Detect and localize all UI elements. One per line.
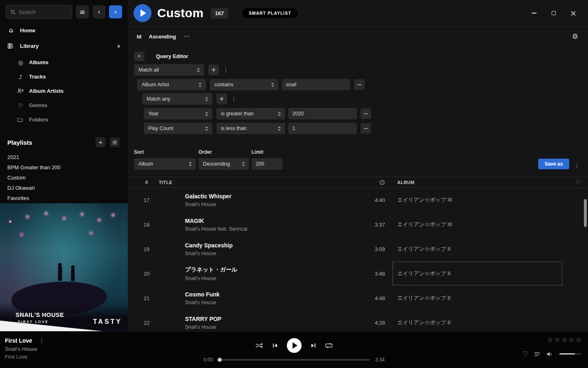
menu-button[interactable]: ≡ [76, 5, 89, 18]
favorite-column-header[interactable]: ♡ [576, 180, 581, 185]
track-album-cell[interactable]: エイリアン☆ポップ II [397, 261, 569, 286]
order-select[interactable]: Descending [198, 158, 249, 170]
seek-bar[interactable] [218, 359, 370, 361]
rule-field-select[interactable]: Year [144, 108, 212, 119]
track-artist[interactable]: Snail’s House [185, 251, 356, 256]
sidebar-item-library[interactable]: Library ∧ [0, 38, 128, 54]
title-column-header[interactable]: TITLE [159, 180, 356, 185]
playlist-item[interactable]: DJ Okawari [0, 183, 128, 193]
limit-input[interactable] [252, 158, 283, 170]
sidebar-item-folders[interactable]: Folders [0, 112, 128, 127]
track-title[interactable]: Cosmo Funk [185, 291, 356, 298]
playlist-item[interactable]: 2021 [0, 152, 128, 162]
shuffle-button[interactable] [256, 343, 263, 348]
track-album-cell[interactable]: エイリアン☆ポップ II [397, 310, 569, 333]
chevron-up-icon[interactable]: ∧ [117, 44, 120, 48]
track-artist[interactable]: Snail’s House [185, 324, 356, 330]
track-row[interactable]: 19 Candy Spaceship Snail’s House 3:09 エイ… [128, 237, 588, 261]
track-album-cell[interactable]: エイリアン☆ポップ III [397, 188, 569, 212]
playlist-item[interactable]: Custom [0, 173, 128, 183]
rule-value-input[interactable] [282, 79, 350, 90]
rule-value-input[interactable] [288, 108, 357, 119]
track-artist[interactable]: Snail’s House [185, 202, 356, 207]
close-button[interactable]: × [570, 10, 577, 16]
star-icon[interactable]: ☆ [561, 337, 567, 343]
play-playlist-button[interactable] [134, 4, 151, 22]
sort-field-button[interactable]: Id [137, 34, 142, 40]
remove-rule-button[interactable]: − [361, 123, 371, 134]
track-row[interactable]: 22 STARRY POP Snail’s House 4:28 エイリアン☆ポ… [128, 310, 588, 333]
rule-field-select[interactable]: Play Count [144, 123, 212, 134]
now-playing-artwork[interactable]: SNAIL'S HOUSE FIRST LOVE TASTY [0, 203, 128, 331]
playlist-item[interactable]: Favorites [0, 193, 128, 203]
sidebar-item-albums[interactable]: ◎ Albums [0, 55, 128, 70]
track-title[interactable]: Galactic Whisper [185, 193, 356, 200]
root-match-select[interactable]: Match all [134, 64, 204, 76]
save-menu-button[interactable]: ⋮ [573, 163, 581, 168]
star-icon[interactable]: ☆ [555, 337, 560, 343]
group-match-select[interactable]: Match any [142, 93, 212, 105]
track-row[interactable]: 20 プラネット・ガール Snail’s House 3:48 エイリアン☆ポッ… [128, 261, 588, 286]
search-box[interactable] [6, 5, 72, 19]
queue-button[interactable] [534, 352, 540, 357]
minimize-button[interactable] [531, 10, 537, 16]
sidebar-item-genres[interactable]: ⚐ Genres [0, 98, 128, 112]
group-menu-button[interactable]: ⋮ [230, 96, 238, 102]
add-playlist-button[interactable]: + [96, 137, 105, 147]
sidebar-item-tracks[interactable]: ♪ Tracks [0, 70, 128, 84]
vertical-scrollbar[interactable] [584, 199, 587, 227]
favorite-button[interactable]: ♡ [523, 351, 528, 357]
volume-button[interactable] [546, 351, 553, 357]
track-artist[interactable]: Snail’s House [185, 276, 356, 281]
index-column-header[interactable]: # [145, 180, 148, 185]
rule-operator-select[interactable]: is less than [216, 123, 285, 134]
track-title[interactable]: MAGIK [185, 218, 356, 224]
track-title[interactable]: Candy Spaceship [185, 242, 356, 249]
repeat-button[interactable] [325, 343, 333, 348]
previous-button[interactable] [272, 343, 278, 348]
remove-rule-button[interactable]: − [361, 108, 371, 119]
track-row[interactable]: 21 Cosmo Funk Snail’s House 4:48 エイリアン☆ポ… [128, 286, 588, 310]
star-icon[interactable]: ☆ [568, 337, 574, 343]
playlist-view-button[interactable] [110, 137, 120, 147]
add-rule-button[interactable]: + [208, 65, 219, 75]
track-title[interactable]: STARRY POP [185, 316, 356, 322]
star-icon[interactable]: ☆ [547, 337, 553, 343]
track-album-cell[interactable]: エイリアン☆ポップ II [397, 286, 569, 310]
sort-select[interactable]: Album [134, 158, 196, 170]
query-editor-collapse-button[interactable]: ∧ [134, 52, 145, 61]
rule-field-select[interactable]: Album Artist [137, 79, 206, 90]
volume-slider[interactable] [559, 353, 581, 355]
track-row[interactable]: 17 Galactic Whisper Snail’s House 4:40 エ… [128, 188, 588, 212]
now-playing-title[interactable]: First Love [5, 337, 32, 344]
now-playing-menu-button[interactable]: ⋮ [38, 338, 45, 343]
nav-back-button[interactable]: ‹ [93, 5, 106, 18]
play-pause-button[interactable] [287, 338, 302, 353]
playlist-item[interactable]: BPM Greater than 200 [0, 162, 128, 173]
search-input[interactable] [19, 9, 68, 15]
nav-forward-button[interactable]: › [109, 5, 122, 18]
duration-column-header[interactable] [379, 180, 385, 185]
rule-operator-select[interactable]: is greater than [216, 108, 285, 119]
rule-value-input[interactable] [288, 123, 357, 134]
album-column-header[interactable]: ALBUM [397, 180, 569, 185]
settings-gear-button[interactable]: ⚙ [572, 33, 578, 40]
track-row[interactable]: 18 MAGIK Snail’s House feat. Sennzai 3:3… [128, 212, 588, 237]
sort-direction-button[interactable]: Ascending [149, 34, 176, 40]
track-album-cell[interactable]: エイリアン☆ポップ II [397, 237, 569, 261]
root-rule-menu-button[interactable]: ⋮ [222, 67, 229, 73]
sidebar-item-home[interactable]: ⌂ Home [0, 23, 128, 38]
sidebar-item-album-artists[interactable]: Album Artists [0, 84, 128, 98]
rule-operator-select[interactable]: contains [210, 79, 278, 90]
track-title[interactable]: プラネット・ガール [185, 266, 356, 274]
track-artist[interactable]: Snail’s House [185, 300, 356, 305]
maximize-button[interactable] [550, 10, 557, 16]
track-album-cell[interactable]: エイリアン☆ポップ III [397, 212, 569, 237]
more-options-button[interactable]: ⋯ [183, 33, 190, 40]
group-add-rule-button[interactable]: + [216, 94, 227, 104]
now-playing-artist[interactable]: Snail’s House [5, 346, 45, 352]
seek-handle[interactable] [218, 358, 222, 362]
remove-rule-button[interactable]: − [354, 79, 365, 90]
save-as-button[interactable]: Save as [538, 159, 569, 169]
next-button[interactable] [311, 343, 316, 348]
